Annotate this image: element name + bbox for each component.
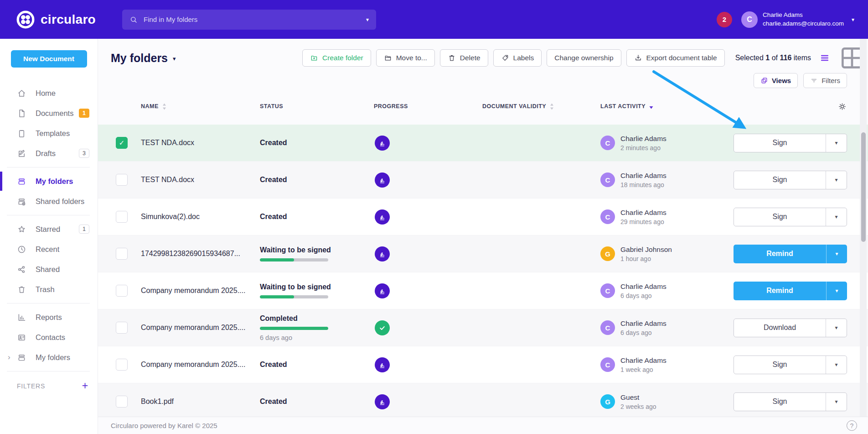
row-checkbox[interactable] bbox=[116, 396, 128, 408]
sidebar-item-starred[interactable]: Starred1 bbox=[0, 219, 98, 239]
export-document-table-button[interactable]: Export document table bbox=[626, 49, 725, 67]
table-row[interactable]: Company memorandum 2025.... Created C Ch… bbox=[98, 346, 868, 383]
action-dropdown-toggle[interactable]: ▾ bbox=[826, 208, 847, 226]
add-filter-button[interactable]: + bbox=[82, 381, 88, 391]
activity-time: 2 minutes ago bbox=[620, 144, 666, 152]
row-checkbox[interactable] bbox=[116, 174, 128, 186]
sidebar-item-drafts[interactable]: Drafts3 bbox=[0, 143, 98, 163]
search-bar[interactable]: ▾ bbox=[122, 10, 376, 30]
remind-button[interactable]: Remind bbox=[734, 245, 826, 263]
table-settings-gear-icon[interactable] bbox=[837, 102, 847, 111]
signature-progress-icon[interactable] bbox=[375, 173, 390, 188]
column-header-document-validity[interactable]: DOCUMENT VALIDITY bbox=[482, 102, 600, 111]
row-checkbox[interactable]: ✓ bbox=[116, 137, 128, 149]
signature-progress-icon[interactable] bbox=[375, 246, 390, 261]
sidebar-item-my-folders[interactable]: ›My folders bbox=[0, 347, 98, 367]
sign-button[interactable]: Sign bbox=[734, 393, 826, 411]
signature-progress-icon[interactable] bbox=[375, 394, 390, 409]
new-document-button[interactable]: New Document bbox=[11, 50, 87, 68]
row-action-split-button: Sign ▾ bbox=[734, 208, 847, 226]
action-dropdown-toggle[interactable]: ▾ bbox=[826, 356, 847, 374]
sidebar-item-trash[interactable]: Trash bbox=[0, 279, 98, 299]
move-to-button[interactable]: Move to... bbox=[376, 49, 435, 67]
sidebar-nav: HomeDocuments1TemplatesDrafts3My folders… bbox=[0, 83, 98, 371]
divider bbox=[7, 303, 90, 303]
sidebar-item-shared-folders[interactable]: Shared folders bbox=[0, 191, 98, 211]
search-input[interactable] bbox=[144, 16, 362, 23]
sign-button[interactable]: Sign bbox=[734, 208, 826, 226]
activity-user: Guest bbox=[620, 393, 656, 402]
brand[interactable]: circularo bbox=[16, 10, 96, 29]
sidebar-item-my-folders[interactable]: My folders bbox=[0, 171, 98, 191]
sign-button[interactable]: Sign bbox=[734, 134, 826, 152]
expand-chevron-icon[interactable]: › bbox=[8, 353, 10, 362]
shared-folder-icon bbox=[17, 197, 26, 206]
document-name[interactable]: 17429981238269015934687... bbox=[141, 250, 260, 258]
row-checkbox[interactable] bbox=[116, 359, 128, 371]
table-row[interactable]: TEST NDA.docx Created C Charlie Adams 18… bbox=[98, 162, 868, 199]
row-checkbox[interactable] bbox=[116, 211, 128, 223]
signature-progress-icon[interactable] bbox=[375, 209, 390, 225]
signature-progress-icon[interactable] bbox=[375, 136, 390, 151]
table-row[interactable]: ✓ TEST NDA.docx Created C Charlie Adams … bbox=[98, 125, 868, 162]
completed-check-icon[interactable] bbox=[375, 320, 390, 335]
sidebar-item-templates[interactable]: Templates bbox=[0, 123, 98, 143]
user-menu[interactable]: C Charlie Adams charlie.adams@circularo.… bbox=[741, 11, 854, 28]
brand-name: circularo bbox=[41, 12, 96, 27]
action-dropdown-toggle[interactable]: ▾ bbox=[826, 393, 847, 411]
document-name[interactable]: TEST NDA.docx bbox=[141, 139, 260, 147]
status-text: Created bbox=[260, 397, 374, 406]
table-row[interactable]: Book1.pdf Created G Guest 2 weeks ago Si… bbox=[98, 383, 868, 417]
row-checkbox[interactable] bbox=[116, 248, 128, 260]
remind-button[interactable]: Remind bbox=[734, 282, 826, 300]
action-dropdown-toggle[interactable]: ▾ bbox=[826, 319, 847, 337]
delete-button[interactable]: Delete bbox=[440, 49, 488, 67]
action-dropdown-toggle[interactable]: ▾ bbox=[826, 282, 847, 300]
download-button[interactable]: Download bbox=[734, 319, 826, 337]
page-title[interactable]: My folders ▾ bbox=[111, 52, 176, 65]
table-row[interactable]: Simunkova(2).doc Created C Charlie Adams… bbox=[98, 199, 868, 235]
sign-button[interactable]: Sign bbox=[734, 356, 826, 374]
sidebar-item-reports[interactable]: Reports bbox=[0, 307, 98, 327]
action-dropdown-toggle[interactable]: ▾ bbox=[826, 171, 847, 189]
row-checkbox[interactable] bbox=[116, 285, 128, 297]
filters-button[interactable]: Filters bbox=[803, 73, 847, 88]
sign-button[interactable]: Sign bbox=[734, 171, 826, 189]
scrollbar-thumb[interactable] bbox=[861, 132, 866, 242]
document-name[interactable]: Company memorandum 2025.... bbox=[141, 324, 260, 332]
sidebar-item-home[interactable]: Home bbox=[0, 83, 98, 103]
document-name[interactable]: Company memorandum 2025.... bbox=[141, 361, 260, 369]
row-checkbox[interactable] bbox=[116, 322, 128, 334]
grid-view-icon[interactable] bbox=[837, 53, 847, 63]
table-row[interactable]: Company memorandum 2025.... Completed 6 … bbox=[98, 309, 868, 346]
sidebar-item-contacts[interactable]: Contacts bbox=[0, 327, 98, 347]
reports-icon bbox=[17, 313, 26, 322]
help-button[interactable]: ? bbox=[847, 420, 857, 431]
table-row[interactable]: Company memorandum 2025.... Waiting to b… bbox=[98, 272, 868, 309]
labels-button[interactable]: Labels bbox=[493, 49, 542, 67]
action-dropdown-toggle[interactable]: ▾ bbox=[826, 245, 847, 263]
scrollbar-track[interactable] bbox=[860, 39, 867, 417]
signature-progress-icon[interactable] bbox=[375, 357, 390, 372]
document-name[interactable]: TEST NDA.docx bbox=[141, 176, 260, 184]
column-header-name[interactable]: NAME bbox=[141, 102, 260, 111]
column-header-progress[interactable]: PROGRESS bbox=[374, 103, 482, 110]
sidebar-item-documents[interactable]: Documents1 bbox=[0, 103, 98, 123]
sidebar-item-recent[interactable]: Recent bbox=[0, 239, 98, 259]
change-ownership-button[interactable]: Change ownership bbox=[547, 49, 621, 67]
views-button[interactable]: Views bbox=[754, 73, 798, 88]
column-header-status[interactable]: STATUS bbox=[260, 103, 374, 110]
column-header-last-activity[interactable]: LAST ACTIVITY bbox=[600, 102, 734, 111]
action-dropdown-toggle[interactable]: ▾ bbox=[826, 134, 847, 152]
notification-badge[interactable]: 2 bbox=[717, 12, 732, 27]
table-row[interactable]: 17429981238269015934687... Waiting to be… bbox=[98, 235, 868, 272]
document-name[interactable]: Simunkova(2).doc bbox=[141, 213, 260, 221]
sidebar-item-label: Templates bbox=[36, 129, 70, 138]
search-scope-chevron-icon[interactable]: ▾ bbox=[366, 16, 369, 23]
sidebar-item-shared[interactable]: Shared bbox=[0, 259, 98, 279]
list-view-icon[interactable] bbox=[820, 53, 830, 63]
signature-progress-icon[interactable] bbox=[375, 283, 390, 298]
document-name[interactable]: Company memorandum 2025.... bbox=[141, 287, 260, 295]
create-folder-button[interactable]: Create folder bbox=[302, 49, 371, 67]
document-name[interactable]: Book1.pdf bbox=[141, 397, 260, 406]
